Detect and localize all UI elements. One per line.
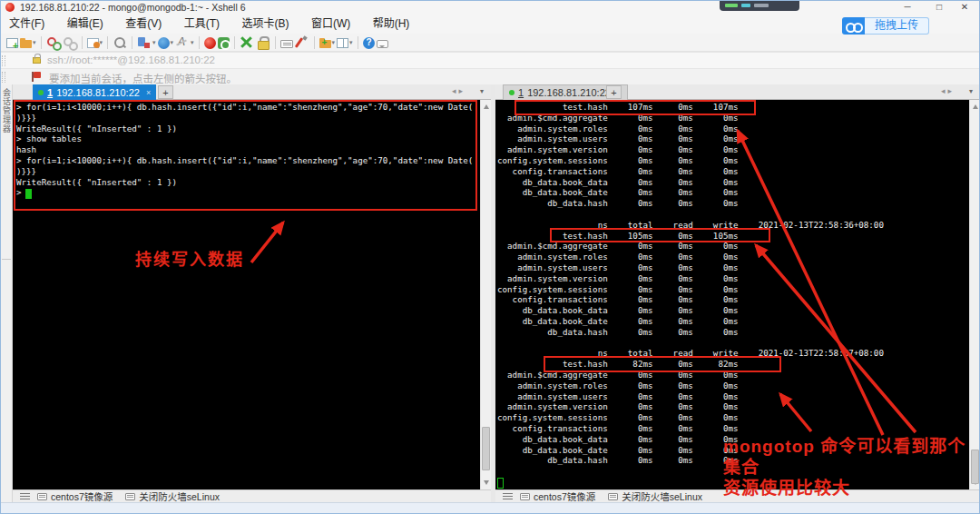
annotation-text-right: mongotop 命令可以看到那个集合 资源使用比较大: [723, 436, 980, 499]
quick-command-button[interactable]: 关闭防火墙seLinux: [125, 489, 220, 503]
scroll-up-icon[interactable]: [484, 104, 489, 109]
minimize-button[interactable]: ─: [894, 0, 921, 15]
encoding-globe-icon[interactable]: [158, 37, 170, 49]
fullscreen-icon[interactable]: [240, 35, 254, 50]
screen-capture-pill: [720, 0, 799, 11]
quick-command-button[interactable]: 关闭防火墙seLinux: [608, 489, 702, 503]
left-scrollbar[interactable]: [480, 100, 491, 489]
menu-tab[interactable]: 选项卡(B): [232, 15, 298, 34]
close-button[interactable]: ✕: [951, 0, 978, 15]
quick-command-label: centos7镜像源: [534, 489, 595, 503]
flag-icon: [34, 72, 41, 78]
tab-scroll-arrows[interactable]: ◂▸: [452, 86, 466, 95]
compose-keyboard-icon[interactable]: [280, 40, 293, 48]
notice-bar: 要添加当前会话，点击左侧的箭头按钮。: [0, 68, 980, 84]
tab-list-dropdown-icon[interactable]: ▾: [480, 87, 484, 95]
open-session-icon[interactable]: [20, 40, 32, 48]
annotation-box-left-commands: [14, 100, 477, 211]
menu-edit[interactable]: 编辑(E): [58, 15, 113, 34]
font-caret[interactable]: ▾: [191, 39, 194, 46]
new-file-transfer-icon[interactable]: [319, 40, 331, 48]
disconnect-icon[interactable]: [63, 35, 77, 50]
tab-label: 192.168.81.210:22: [56, 87, 140, 98]
highlight-pen-icon[interactable]: [295, 35, 309, 50]
annotation-box-testhash-107ms: [514, 100, 756, 115]
right-scrollbar[interactable]: [969, 100, 980, 489]
find-icon[interactable]: [113, 35, 127, 50]
tab-close-icon[interactable]: ×: [146, 88, 151, 97]
session-properties-icon[interactable]: [87, 38, 99, 48]
menu-window[interactable]: 窗口(W): [302, 15, 359, 34]
open-session-caret[interactable]: ▾: [33, 39, 36, 46]
keyboard-icon: [520, 493, 530, 500]
menu-bar: 文件(F) 编辑(E) 查看(V) 工具(T) 选项卡(B) 窗口(W) 帮助(…: [0, 15, 980, 34]
window-title: 192.168.81.210:22 - mongo@mongodb-1:~ - …: [20, 2, 246, 13]
tab-left-session[interactable]: 1 192.168.81.210:22 ×: [33, 84, 156, 100]
layout-split-icon[interactable]: [337, 38, 348, 48]
scroll-up-icon[interactable]: [973, 104, 978, 109]
right-terminal[interactable]: test.hash 107ms 0ms 107ms admin.$cmd.agg…: [495, 100, 969, 489]
keyboard-icon: [125, 493, 135, 500]
session-properties-caret[interactable]: ▾: [100, 39, 103, 46]
scrollbar-thumb[interactable]: [482, 427, 490, 470]
quick-command-button[interactable]: centos7镜像源: [37, 489, 113, 503]
netdisk-icon: [842, 17, 865, 35]
transfer-caret[interactable]: ▾: [332, 39, 336, 46]
quick-command-button[interactable]: centos7镜像源: [520, 489, 595, 503]
side-strip: 会话管理器: [0, 84, 13, 502]
quick-command-label: 关闭防火墙seLinux: [139, 489, 220, 503]
ssl-lock-icon: [33, 57, 41, 64]
quick-command-bar: centos7镜像源关闭防火墙seLinux: [13, 489, 491, 502]
new-tab-button[interactable]: +: [606, 85, 622, 99]
toolbar: ▾ ▾ ▾ ▾ ▾ ▾ ▾: [0, 34, 980, 52]
xshell-app-icon: [5, 3, 15, 12]
maximize-button[interactable]: □: [926, 0, 953, 15]
xftp-icon[interactable]: [218, 37, 230, 49]
notice-text: 要添加当前会话，点击左侧的箭头按钮。: [49, 71, 237, 85]
menu-help[interactable]: 帮助(H): [364, 15, 419, 34]
keyboard-icon: [37, 493, 47, 500]
right-terminal-text: test.hash 107ms 0ms 107ms admin.$cmd.agg…: [495, 100, 969, 466]
tab-label: 192.168.81.210:22: [527, 87, 611, 98]
quickbar-menu-icon[interactable]: [20, 493, 30, 499]
right-terminal-cursor: [497, 478, 504, 489]
new-session-icon[interactable]: [6, 38, 18, 48]
notice-bar-grip[interactable]: [2, 72, 5, 83]
tab-list-dropdown-icon[interactable]: ▾: [969, 87, 973, 95]
font-icon[interactable]: [175, 35, 190, 50]
quick-command-label: 关闭防火墙seLinux: [622, 489, 702, 503]
menu-tools[interactable]: 工具(T): [175, 15, 229, 34]
side-strip-divider: [2, 259, 11, 260]
bottom-status-strip: [0, 502, 980, 514]
help-icon[interactable]: [363, 37, 375, 49]
drag-upload-badge[interactable]: 拖拽上传: [842, 17, 929, 35]
tab-index: 1: [518, 87, 524, 98]
address-bar: ssh://root:******@192.168.81.210:22: [0, 52, 980, 68]
session-url[interactable]: ssh://root:******@192.168.81.210:22: [47, 54, 215, 65]
color-scheme-icon[interactable]: [137, 35, 152, 50]
drag-upload-label: 拖拽上传: [865, 17, 929, 35]
encoding-caret[interactable]: ▾: [171, 39, 174, 46]
new-tab-button[interactable]: +: [158, 85, 173, 99]
left-tab-bar: 1 192.168.81.210:22 × + ◂▸ ▾: [13, 84, 491, 100]
menu-file[interactable]: 文件(F): [0, 15, 54, 34]
reconnect-icon[interactable]: [46, 35, 61, 50]
xagent-icon[interactable]: [204, 37, 216, 49]
address-bar-grip[interactable]: [2, 55, 5, 66]
annotation-text-left: 持续写入数据: [135, 246, 244, 270]
session-manager-vertical-tab[interactable]: 会话管理器: [1, 88, 13, 133]
lock-icon[interactable]: [256, 35, 270, 50]
color-scheme-caret[interactable]: ▾: [152, 39, 156, 46]
annotation-box-testhash-105ms: [550, 228, 770, 242]
tab-scroll-arrows[interactable]: ◂▸: [941, 86, 955, 95]
annotation-right-line1: mongotop 命令可以看到那个集合: [723, 436, 980, 478]
tab-index: 1: [47, 87, 53, 98]
title-bar: 192.168.81.210:22 - mongo@mongodb-1:~ - …: [0, 0, 980, 15]
scroll-down-icon[interactable]: [484, 480, 489, 485]
menu-view[interactable]: 查看(V): [116, 15, 171, 34]
feedback-icon[interactable]: [377, 40, 388, 48]
keyboard-icon: [608, 493, 618, 500]
quickbar-menu-icon[interactable]: [503, 493, 513, 499]
layout-caret[interactable]: ▾: [349, 39, 353, 46]
connected-dot-icon: [509, 90, 514, 95]
